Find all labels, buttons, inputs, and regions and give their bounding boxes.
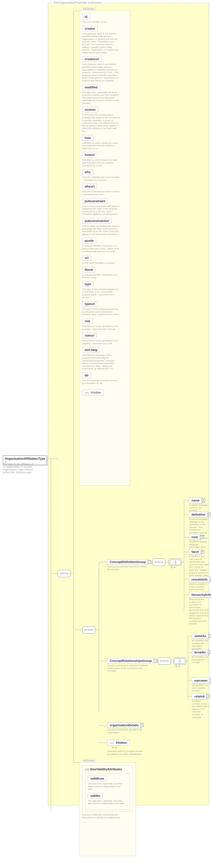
root-type-desc: The type for an affiliation of an organi…: [3, 463, 34, 474]
attr-desc: The date (and, optionally, the time) bef…: [88, 782, 126, 790]
attr-roleuri[interactable]: roleuri: [82, 333, 97, 338]
attr-role[interactable]: role: [82, 318, 93, 324]
elem-organisationdetails[interactable]: organisationDetails +: [107, 722, 141, 728]
elem-desc: An identifier of a more specific concept: [192, 684, 210, 692]
attr-validto[interactable]: validto: [88, 793, 103, 799]
attr-desc: The type of the concept assigned as a co…: [82, 288, 120, 299]
attr-modified[interactable]: modified: [82, 85, 100, 90]
attr-creatoruri[interactable]: creatoruri: [82, 56, 102, 62]
elem-label: name: [191, 499, 200, 502]
extension-label: FlexOrganisationPropType (extension): [52, 1, 103, 4]
elem-label: remoteInfo: [191, 578, 208, 581]
choice-icon: [173, 657, 186, 665]
attr-why[interactable]: why: [82, 169, 93, 175]
attr-desc: If the property value is not defined, sp…: [82, 32, 120, 54]
grp-desc: A group of attributes expressing the tim…: [82, 813, 120, 819]
root-type-label: OrganisationAffiliationType: [5, 457, 45, 460]
elem-definition[interactable]: definition+: [189, 512, 208, 517]
elem-label: facet: [191, 550, 199, 553]
elem-hierarchyinfo[interactable]: hierarchyInfo+: [189, 592, 211, 597]
expand-icon[interactable]: +: [208, 651, 211, 654]
expand-icon[interactable]: +: [201, 550, 204, 553]
attr-how[interactable]: how: [82, 135, 93, 141]
attr-desc: A URI which identifies a concept.: [82, 262, 120, 265]
elem-narrower[interactable]: narrower+: [192, 678, 210, 683]
attr-pubconstrainturi[interactable]: pubconstrainturi: [82, 218, 112, 224]
any-attribute[interactable]: any ##other: [82, 390, 104, 395]
elem-remoteinfo[interactable]: remoteInfo+: [189, 577, 210, 582]
attr-desc: A refinement of the semantics of the pro…: [82, 339, 120, 345]
attr-desc: Why the metadata has been included - exp…: [82, 190, 120, 196]
group-conceptdefinition[interactable]: ConceptDefinitionGroup −: [107, 559, 148, 565]
elem-desc: A natural language name for the concept: [189, 504, 209, 512]
attr-type[interactable]: type: [82, 281, 94, 287]
expand-icon[interactable]: +: [210, 679, 211, 682]
attributes-label: attributes: [81, 7, 96, 10]
attr-literal[interactable]: literal: [82, 267, 95, 273]
connector: [184, 595, 189, 595]
elem-label: definition: [191, 513, 206, 516]
connector: [186, 661, 188, 661]
expand-icon[interactable]: +: [202, 499, 205, 502]
attr-desc: Why the metadata has been included - exp…: [82, 176, 120, 181]
attr-desc: The directionality of textual content (e…: [82, 379, 120, 384]
attr-creator[interactable]: creator: [82, 26, 98, 31]
connector: [70, 573, 73, 574]
attr-uri[interactable]: uri: [82, 255, 91, 260]
elem-sameas[interactable]: sameAs+: [192, 633, 209, 639]
attr-validfrom[interactable]: validfrom: [88, 776, 107, 781]
attr-qcode[interactable]: qcode: [82, 238, 96, 243]
group-conceptrelationships[interactable]: ConceptRelationshipsGroup −: [107, 658, 154, 663]
attr-desc: The date (and, optionally, the time) aft…: [88, 800, 126, 805]
elem-desc: An identifier of a concept with equivale…: [192, 639, 210, 650]
expand-icon[interactable]: +: [210, 578, 211, 581]
elem-label: hierarchyInfo: [191, 593, 211, 596]
grp-title: timeValidityAttributes: [90, 768, 122, 771]
connector: [188, 636, 192, 636]
time-validity-group: grp timeValidityAttributes validfrom The…: [82, 766, 133, 812]
connector: [188, 696, 192, 696]
attr-desc: One or many constraints that apply to pu…: [82, 225, 120, 236]
elem-related[interactable]: related+: [192, 693, 207, 699]
elem-any-other[interactable]: any ##other: [107, 740, 130, 745]
attr-desc: One or many constraints that apply to pu…: [82, 205, 120, 216]
sequence-icon: [82, 626, 95, 633]
elem-name[interactable]: name+: [189, 498, 202, 503]
attr-howuri[interactable]: howuri: [82, 152, 97, 158]
connector: [99, 661, 107, 661]
elem-broader[interactable]: broader+: [192, 649, 208, 655]
expand-icon[interactable]: +: [140, 723, 144, 727]
attr-dir[interactable]: dir: [82, 372, 91, 378]
attr-id[interactable]: id: [82, 14, 90, 20]
expand-icon[interactable]: +: [200, 535, 203, 539]
attr-pubconstraint[interactable]: pubconstraint: [82, 198, 108, 204]
connector: [51, 573, 58, 574]
attr-whyuri[interactable]: whyuri: [82, 184, 97, 189]
attr-desc: If the property value is not defined, sp…: [82, 63, 120, 82]
connector: [184, 552, 189, 552]
occurrence: 0..∞: [175, 665, 180, 668]
expand-icon[interactable]: +: [208, 634, 211, 638]
elem-note[interactable]: note+: [189, 534, 201, 540]
elem-desc: Represents the position of a concept in …: [189, 598, 209, 625]
elem-label: related: [195, 694, 205, 698]
attr-typeuri[interactable]: typeuri: [82, 301, 98, 307]
attr-desc: A refinement of the semantics of the pro…: [82, 325, 120, 330]
attr-xml-lang[interactable]: xml:lang: [82, 347, 100, 353]
elem-desc: Extension point for provider-defined pro…: [107, 750, 149, 755]
elem-facet[interactable]: facet+: [189, 549, 201, 555]
connector: [170, 661, 173, 661]
expand-icon[interactable]: +: [208, 513, 211, 516]
connector: [73, 11, 79, 11]
time-validity-attributes-container: attributes grp timeValidityAttributes va…: [79, 763, 136, 856]
attr-desc: The date (and, optionally, the time) whe…: [82, 91, 120, 105]
connector: [51, 459, 51, 811]
attributes-label: attributes: [81, 759, 96, 762]
attr-desc: The type of the concept assigned as a co…: [82, 308, 120, 316]
elem-desc: An identifier of a more generic concept: [192, 656, 210, 664]
expand-icon[interactable]: +: [207, 694, 210, 698]
attr-desc: If set to true the corresponding propert…: [82, 114, 120, 132]
elem-desc: A related concept, where the relationshi…: [192, 700, 210, 719]
attr-desc: A concept identifier expressed as a stri…: [82, 245, 120, 253]
attr-custom[interactable]: custom: [82, 107, 98, 113]
